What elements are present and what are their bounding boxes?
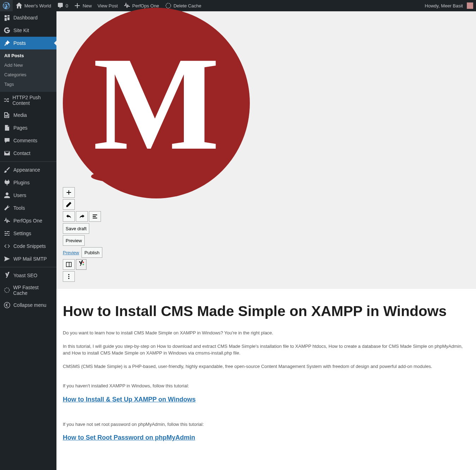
svg-point-7 (68, 274, 69, 275)
svg-point-1 (5, 288, 10, 293)
preview-button[interactable]: Preview (63, 235, 85, 246)
page-icon (4, 124, 11, 131)
menu-media[interactable]: Media (0, 109, 56, 121)
redo-button[interactable] (76, 211, 88, 222)
tutorial-link-xampp[interactable]: How to Install & Set Up XAMPP on Windows (63, 396, 470, 403)
menu-appearance[interactable]: Appearance (0, 163, 56, 176)
tutorial-link-phpmyadmin[interactable]: How to Set Root Password on phpMyAdmin (63, 434, 470, 441)
submenu-all-posts[interactable]: All Posts (0, 51, 56, 60)
menu-pages[interactable]: Pages (0, 121, 56, 134)
wp-logo[interactable] (0, 0, 13, 11)
submenu-tags[interactable]: Tags (0, 79, 56, 89)
shuffle-icon (4, 97, 10, 104)
media-icon (4, 112, 11, 119)
dashboard-icon (4, 14, 11, 21)
logo-letter: M (93, 26, 220, 180)
paragraph[interactable]: Do you want to learn how to install CMS … (63, 329, 470, 337)
submenu-add-new[interactable]: Add New (0, 60, 56, 70)
sliders-icon (4, 230, 11, 237)
outline-icon (92, 213, 98, 220)
redo-icon (79, 213, 85, 220)
edit-mode-button[interactable] (63, 199, 75, 210)
submenu-categories[interactable]: Categories (0, 70, 56, 79)
home-icon (16, 2, 23, 9)
google-icon (4, 27, 11, 34)
kebab-icon (66, 273, 72, 280)
paragraph[interactable]: CMSMS (CMS Made Simple) is a PHP-based, … (63, 363, 470, 370)
menu-http2[interactable]: HTTP2 Push Content (0, 92, 56, 109)
site-logo: M (63, 8, 250, 198)
svg-rect-3 (66, 262, 71, 267)
yoast-icon (4, 272, 11, 279)
svg-point-2 (4, 302, 10, 308)
cache-icon (4, 287, 10, 294)
paragraph[interactable]: If you haven't installed XAMPP in Window… (63, 382, 470, 389)
send-icon (4, 255, 11, 262)
svg-point-9 (68, 278, 69, 279)
user-icon (4, 192, 11, 199)
yoast-icon (78, 260, 85, 267)
menu-posts[interactable]: Posts (0, 37, 56, 49)
paragraph[interactable]: In this tutorial, I will guide you step-… (63, 343, 470, 357)
posts-submenu: All Posts Add New Categories Tags (0, 49, 56, 92)
menu-perfops[interactable]: PerfOps One (0, 214, 56, 227)
menu-comments[interactable]: Comments (0, 134, 56, 147)
admin-sidebar: Dashboard Site Kit Posts All Posts Add N… (0, 11, 56, 470)
menu-sitekit[interactable]: Site Kit (0, 24, 56, 37)
brush-icon (4, 166, 11, 173)
more-options-button[interactable] (63, 271, 75, 282)
pin-icon (4, 40, 11, 47)
plus-icon (66, 189, 72, 196)
site-name-label: Meer's World (24, 3, 51, 8)
menu-dashboard[interactable]: Dashboard (0, 11, 56, 24)
code-icon (4, 243, 11, 250)
menu-plugins[interactable]: Plugins (0, 176, 56, 189)
post-title[interactable]: How to Install CMS Made Simple on XAMPP … (63, 303, 470, 320)
comment-icon (4, 137, 11, 144)
pencil-icon (66, 201, 72, 208)
details-button[interactable] (89, 211, 101, 222)
publish-button[interactable]: Publish (82, 247, 102, 258)
mail-icon (4, 150, 11, 157)
post-content: How to Install CMS Made Simple on XAMPP … (56, 289, 476, 470)
svg-point-6 (83, 264, 84, 265)
add-block-button[interactable] (63, 187, 75, 198)
yoast-panel-button[interactable] (76, 259, 86, 270)
panel-icon (66, 261, 72, 268)
paragraph[interactable]: If you have not set root password on php… (63, 421, 470, 428)
menu-tools[interactable]: Tools (0, 202, 56, 214)
wordpress-icon (3, 2, 10, 9)
menu-code-snippets[interactable]: Code Snippets (0, 240, 56, 252)
svg-point-5 (83, 262, 84, 263)
svg-point-0 (166, 3, 171, 8)
plug-icon (4, 179, 11, 186)
wrench-icon (4, 204, 11, 212)
pulse-icon (4, 217, 11, 224)
menu-fastest-cache[interactable]: WP Fastest Cache (0, 282, 56, 299)
menu-settings[interactable]: Settings (0, 227, 56, 240)
site-name[interactable]: Meer's World (13, 0, 54, 11)
menu-users[interactable]: Users (0, 189, 56, 202)
undo-icon (66, 213, 72, 220)
save-draft-button[interactable]: Save draft (63, 223, 89, 234)
settings-panel-button[interactable] (63, 259, 75, 270)
menu-wp-mail[interactable]: WP Mail SMTP (0, 252, 56, 265)
menu-yoast[interactable]: Yoast SEO (0, 269, 56, 282)
editor-content: M Save draft Preview Preview Publish (56, 11, 476, 470)
menu-contact[interactable]: Contact (0, 147, 56, 160)
preview-link[interactable]: Preview (63, 250, 79, 255)
menu-collapse[interactable]: Collapse menu (0, 299, 56, 311)
undo-button[interactable] (63, 211, 75, 222)
svg-point-8 (68, 276, 69, 277)
collapse-icon (4, 302, 11, 309)
block-editor-toolbar: Save draft Preview Preview Publish (56, 184, 476, 289)
